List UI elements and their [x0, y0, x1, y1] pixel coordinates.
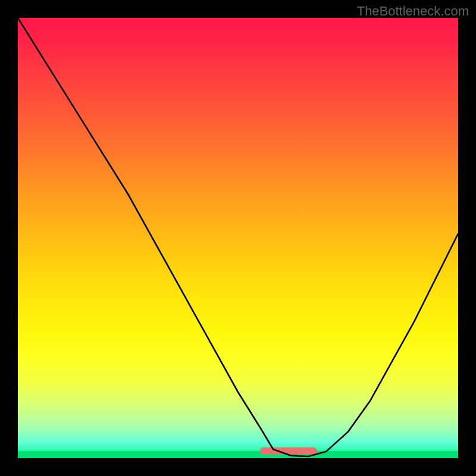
bottleneck-curve [18, 18, 458, 458]
plot-area [18, 18, 458, 458]
chart-frame: TheBottleneck.com [0, 0, 476, 476]
watermark-text: TheBottleneck.com [357, 4, 469, 19]
